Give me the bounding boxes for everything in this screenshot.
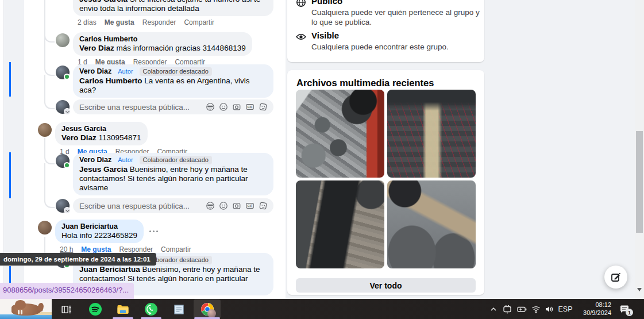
chevron-up-icon [489, 305, 498, 314]
privacy-visible-title: Visible [311, 30, 339, 40]
whatsapp-taskbar-button[interactable] [143, 301, 159, 317]
avatar[interactable] [56, 100, 70, 114]
scrollbar-thumb[interactable] [636, 131, 643, 233]
widgets-walrus-image[interactable] [0, 299, 52, 319]
chrome-taskbar-button[interactable] [199, 301, 215, 317]
vertical-scrollbar[interactable] [635, 0, 644, 299]
comment-actions: 20 h Me gusta Responder Compartir [60, 245, 273, 253]
browser-status-url: 9088656/posts/395524650266463/?... [0, 283, 134, 299]
tray-cast-button[interactable] [501, 301, 514, 317]
wifi-icon [531, 304, 541, 314]
file-explorer-taskbar-button[interactable] [115, 301, 131, 317]
tray-battery-button[interactable] [515, 301, 529, 317]
comment-options-icon[interactable] [149, 230, 160, 232]
avatar[interactable] [38, 221, 52, 235]
media-photo-floor-mat[interactable] [296, 180, 384, 268]
see-all-button[interactable]: Ver todo [296, 278, 476, 293]
spotify-icon [88, 302, 102, 316]
author-badge: Autor [114, 156, 136, 164]
mention-link[interactable]: Vero Diaz [61, 133, 97, 142]
gif-icon[interactable]: GIF [245, 201, 254, 210]
mention-link[interactable]: Carlos Humberto [79, 76, 142, 85]
task-view-button[interactable] [58, 301, 74, 317]
svg-text:GIF: GIF [248, 204, 253, 207]
author-badge: Autor [114, 67, 136, 76]
media-card-title: Archivos multimedia recientes [296, 78, 434, 89]
emoji-icon[interactable] [219, 102, 228, 112]
comment-timestamp[interactable]: 20 h [60, 245, 73, 253]
comment-bubble: Jesus Garcia Vero Diaz 1130954871 [55, 122, 148, 145]
notepad-taskbar-button[interactable] [171, 301, 187, 317]
tray-show-hidden-icons[interactable] [487, 301, 500, 317]
tray-wifi-button[interactable] [530, 301, 542, 317]
top-contributor-badge: Colaborador destacado [140, 156, 212, 164]
privacy-visible-description: Cualquiera puede encontrar este grupo. [311, 42, 480, 52]
privacy-public-title: Público [311, 0, 342, 6]
facebook-group-page: Jesus Garcia Si te interesa dejame tu nu… [0, 0, 644, 319]
scrollbar-down-arrow[interactable] [637, 288, 642, 291]
media-photo-engine-bay[interactable] [296, 90, 384, 178]
comment-bubble: Jesus Garcia Si te interesa dejame tu nu… [73, 0, 273, 16]
mention-link[interactable]: Vero Diaz [79, 44, 114, 52]
avatar[interactable] [56, 66, 70, 79]
chrome-profile-avatar [207, 309, 216, 318]
clock-date: 30/9/2024 [574, 309, 611, 317]
globe-icon [295, 0, 307, 8]
share-button[interactable]: Compartir [161, 245, 191, 253]
author-name[interactable]: Carlos Humberto [79, 35, 246, 44]
avatar[interactable] [38, 123, 52, 137]
avatar[interactable] [56, 33, 70, 47]
compose-post-button[interactable] [604, 266, 627, 289]
comment-bubble: Carlos Humberto Vero Diaz más informació… [73, 32, 252, 56]
comment-bubble-highlighted: Juan Bericiartua Hola info 2223465829 [55, 220, 144, 243]
eye-icon [295, 31, 307, 43]
file-explorer-icon [116, 302, 130, 316]
avatar[interactable] [56, 199, 70, 213]
tray-clock[interactable]: 08:12 30/9/2024 [574, 301, 611, 317]
compose-icon [610, 271, 622, 283]
share-button[interactable]: Compartir [184, 18, 214, 26]
sticker-icon[interactable] [259, 201, 268, 210]
mention-link[interactable]: Juan Bericiartua [79, 265, 140, 274]
reply-placeholder: Escribe una respuesta pública... [79, 103, 206, 112]
gif-icon[interactable]: GIF [245, 102, 254, 112]
spotify-taskbar-button[interactable] [87, 301, 103, 317]
whatsapp-icon [144, 302, 158, 316]
camera-icon[interactable] [232, 201, 241, 210]
notification-count-badge: 1 [626, 309, 633, 316]
media-grid [296, 90, 476, 268]
like-button[interactable]: Me gusta [81, 245, 111, 253]
tray-language-button[interactable]: ESP [556, 301, 574, 317]
tray-volume-button[interactable] [542, 301, 556, 317]
reply-input[interactable]: Escribe una respuesta pública... GIF [73, 198, 273, 213]
like-button[interactable]: Me gusta [105, 18, 134, 26]
svg-text:GIF: GIF [248, 105, 253, 109]
comment-timestamp[interactable]: 2 días [78, 18, 97, 26]
avatar-sticker-icon[interactable] [206, 102, 215, 112]
clock-time: 08:12 [574, 301, 611, 309]
privacy-public-description: Cualquiera puede ver quién pertenece al … [311, 7, 480, 27]
speaker-icon [544, 304, 555, 314]
author-name[interactable]: Vero Diaz [79, 156, 111, 164]
reply-button[interactable]: Responder [119, 245, 153, 253]
reply-input[interactable]: Escribe una respuesta pública... GIF [73, 99, 273, 114]
author-name[interactable]: Vero Diaz [79, 67, 111, 76]
author-name[interactable]: Jesus Garcia [61, 125, 141, 133]
avatar[interactable] [56, 154, 70, 168]
camera-icon[interactable] [232, 102, 241, 112]
notification-center-button[interactable]: 1 [616, 301, 633, 317]
avatar-sticker-icon[interactable] [206, 201, 215, 210]
sticker-icon[interactable] [259, 102, 268, 112]
author-name[interactable]: Juan Bericiartua [61, 222, 137, 231]
media-photo-rear-seat[interactable] [387, 90, 476, 178]
mention-link[interactable]: Jesus Garcia [79, 165, 128, 174]
language-indicator: ESP [558, 305, 572, 313]
emoji-icon[interactable] [219, 201, 228, 210]
comment-actions: 2 días Me gusta Responder Compartir [78, 18, 273, 26]
chevron-down-icon [64, 108, 71, 115]
reply-button[interactable]: Responder [142, 18, 176, 26]
timestamp-tooltip: domingo, 29 de septiembre de 2024 a las … [0, 253, 156, 266]
media-photo-interior-gearshift[interactable] [387, 180, 476, 268]
mention-link[interactable]: Jesus Garcia [79, 0, 128, 3]
task-view-icon [60, 303, 72, 316]
